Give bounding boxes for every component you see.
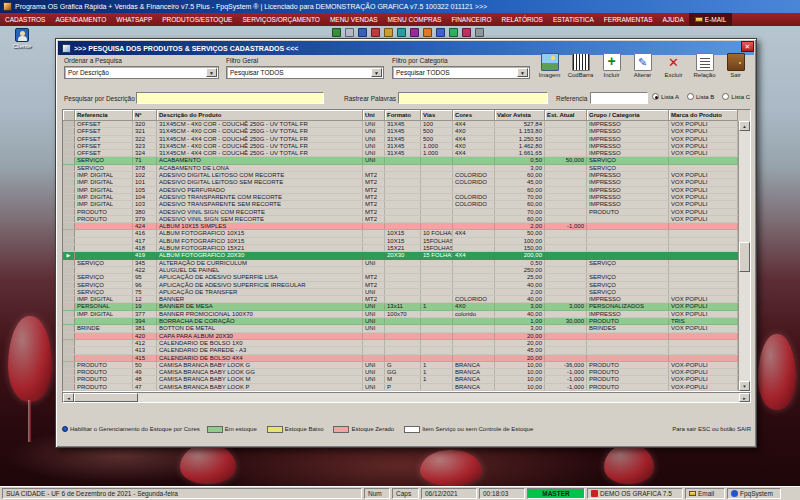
column-header-valor-avista[interactable]: Valor Avista xyxy=(495,110,545,121)
table-row[interactable]: OFFSET32431X45CM - 4X4 COR - COUCHÊ 250G… xyxy=(63,150,738,157)
menu-item-agendamento[interactable]: AGENDAMENTO xyxy=(50,13,111,26)
vertical-scroll-thumb[interactable] xyxy=(739,242,750,272)
radio-lista-a[interactable]: Lista A xyxy=(652,93,679,100)
menu-item-email[interactable]: E-MAIL xyxy=(689,13,733,26)
table-row[interactable]: PRODUTO50CAMISA BRANCA BABY LOOK GUNIG1B… xyxy=(63,362,738,369)
table-row[interactable]: BRINDE381BOTTON DE METALUNI3,00BRINDESVO… xyxy=(63,325,738,332)
column-header-referencia[interactable]: Referencia xyxy=(75,110,133,121)
table-row[interactable]: 415CALENDARIO DE BOLSO 4X420,00 xyxy=(63,355,738,362)
table-row[interactable]: 412CALENDARIO DE BOLSO 1X020,00 xyxy=(63,340,738,347)
table-row[interactable]: 420CAPA PARA ALBUM 20X3020,00 xyxy=(63,333,738,340)
table-row[interactable]: 422ALUGUEL DE PAINEL250,00 xyxy=(63,267,738,274)
vertical-scrollbar[interactable] xyxy=(738,121,750,391)
table-row[interactable]: SERVIÇO95APLICAÇÃO DE ADESIVO SUPERFIE L… xyxy=(63,274,738,281)
table-row[interactable]: SERVIÇO71ACABAMENTOUNI0,5050,000SERVIÇO xyxy=(63,157,738,164)
stock-color-toggle[interactable]: Habilitar o Gerenciamento do Estoque por… xyxy=(62,426,200,432)
table-row[interactable]: IMP. DIGITAL12BANNERMT2COLORIDO40,00IMPR… xyxy=(63,296,738,303)
category-filter-select[interactable]: Pesquisar TODOS xyxy=(392,66,530,79)
table-row[interactable]: PERSONAL19BANNER DE MESAUNI13x1114X03,00… xyxy=(63,303,738,310)
column-header-est-atual[interactable]: Est. Atual xyxy=(545,110,587,121)
menu-item-produtos-estoque[interactable]: PRODUTOS/ESTOQUE xyxy=(157,13,237,26)
menu-item-menu-compras[interactable]: MENU COMPRAS xyxy=(383,13,447,26)
table-row[interactable]: 416ALBUM FOTOGRAFICO 10X1510X1510 FOLHAS… xyxy=(63,230,738,237)
search-description-input[interactable] xyxy=(136,92,324,104)
general-filter-select[interactable]: Pesquisar TODOS xyxy=(226,66,384,79)
close-button[interactable] xyxy=(741,41,754,52)
table-row[interactable]: SERVIÇO378ACABAMENTO DE LONA3,00SERVIÇO xyxy=(63,165,738,172)
toolbar-icon[interactable] xyxy=(423,28,432,37)
radio-lista-b[interactable]: Lista B xyxy=(687,93,714,100)
scroll-left-icon[interactable] xyxy=(63,393,74,402)
menu-item-ferramentas[interactable]: FERRAMENTAS xyxy=(599,13,658,26)
table-row[interactable]: IMP. DIGITAL377BANNER PROMOCIONAL 100X70… xyxy=(63,311,738,318)
table-row[interactable]: OFFSET32131X45CM - 4X0 COR - COUCHÊ 250G… xyxy=(63,128,738,135)
scroll-right-icon[interactable] xyxy=(739,393,750,402)
action-imagem-button[interactable]: Imagem xyxy=(534,53,565,78)
table-row[interactable]: IMP. DIGITAL105ADESIVO PERFURADOMT260,00… xyxy=(63,187,738,194)
table-row[interactable]: SERVIÇO75APLICAÇÃO DE TRANSFERUNI2,00SER… xyxy=(63,289,738,296)
column-header-numero[interactable]: Nº xyxy=(133,110,157,121)
table-row[interactable]: IMP. DIGITAL102ADESIVO DIGITAL LEITOSO C… xyxy=(63,172,738,179)
menu-item-estatistica[interactable]: ESTATISTICA xyxy=(548,13,599,26)
action-alterar-button[interactable]: Alterar xyxy=(627,53,658,78)
action-relacao-button[interactable]: Relação xyxy=(689,53,720,78)
toolbar-icon[interactable] xyxy=(449,28,458,37)
table-row[interactable]: 418ALBUM FOTOGRAFICO 15X2115X2115FOLHAS1… xyxy=(63,245,738,252)
horizontal-scrollbar[interactable] xyxy=(62,392,751,403)
scroll-up-icon[interactable] xyxy=(739,121,750,131)
menu-item-relatorios[interactable]: RELATÓRIOS xyxy=(496,13,547,26)
menu-item-ajuda[interactable]: AJUDA xyxy=(657,13,688,26)
menu-item-financeiro[interactable]: FINANCEIRO xyxy=(446,13,496,26)
toolbar-icon[interactable] xyxy=(384,28,393,37)
menu-item-whatsapp[interactable]: WHATSAPP xyxy=(111,13,157,26)
table-row[interactable]: 424ALBUM 10X15 SIMPLES2,00-1,000 xyxy=(63,223,738,230)
action-excluir-button[interactable]: Excluir xyxy=(658,53,689,78)
table-row[interactable]: IMP. DIGITAL103ADESIVO TRANSPARENTE SEM … xyxy=(63,201,738,208)
toolbar-icon[interactable] xyxy=(371,28,380,37)
column-header-grupo-categoria[interactable]: Grupo / Categoria xyxy=(587,110,669,121)
toolbar-icon[interactable] xyxy=(332,28,341,37)
menu-item-cadastros[interactable]: CADASTROS xyxy=(0,13,50,26)
table-row[interactable]: PRODUTO49CAMISA BRANCA BABY LOOK GGUNIGG… xyxy=(63,369,738,376)
toolbar-icon[interactable] xyxy=(475,28,484,37)
desktop-icon-cliente[interactable]: Cliente xyxy=(4,28,40,49)
column-header-formato[interactable]: Formato xyxy=(385,110,421,121)
toolbar-icon[interactable] xyxy=(345,28,354,37)
toolbar-icon[interactable] xyxy=(436,28,445,37)
table-row[interactable]: 417ALBUM FOTOGRAFICO 10X1510X1515FOLHAS1… xyxy=(63,238,738,245)
toolbar-icon[interactable] xyxy=(397,28,406,37)
toolbar-icon[interactable] xyxy=(462,28,471,37)
table-row[interactable]: PRODUTO48CAMISA BRANCA BABY LOOK MUNIM1B… xyxy=(63,376,738,383)
table-row[interactable]: 394BORRACHA DE CORAÇÃOUNI1,0030,000PRODU… xyxy=(63,318,738,325)
column-header-vias[interactable]: Vias xyxy=(421,110,453,121)
scroll-down-icon[interactable] xyxy=(739,381,750,391)
action-incluir-button[interactable]: Incluir xyxy=(596,53,627,78)
menu-item-menu-vendas[interactable]: MENU VENDAS xyxy=(325,13,383,26)
toolbar-icon[interactable] xyxy=(410,28,419,37)
table-row[interactable]: OFFSET32031X45CM - 4X0 COR - COUCHÊ 250G… xyxy=(63,121,738,128)
column-header-cores[interactable]: Cores xyxy=(453,110,495,121)
table-row[interactable]: OFFSET32231X45CM - 4X4 COR - COUCHÊ 250G… xyxy=(63,136,738,143)
table-row[interactable]: IMP. DIGITAL104ADESIVO TRANSPARENTE COM … xyxy=(63,194,738,201)
action-sair-button[interactable]: Sair xyxy=(720,53,751,78)
horizontal-scroll-thumb[interactable] xyxy=(74,393,138,402)
reference-input[interactable] xyxy=(590,92,648,104)
table-row[interactable]: SERVIÇO96APLICAÇÃO DE ADESIVO SUPERFICIE… xyxy=(63,282,738,289)
track-words-input[interactable] xyxy=(398,92,548,104)
table-row[interactable]: IMP. DIGITAL101ADESIVO DIGITAL LEITOSO S… xyxy=(63,179,738,186)
order-select[interactable]: Por Descrição xyxy=(64,66,219,79)
action-codbarra-button[interactable]: CodBarra xyxy=(565,53,596,78)
table-row[interactable]: PRODUTO379ADESIVO VINIL SIGN SEM RECORTE… xyxy=(63,216,738,223)
table-row[interactable]: SERVIÇO345ALTERAÇÃO DE CURRICULUMUNI0,50… xyxy=(63,260,738,267)
table-row[interactable]: 413CALENDARIO DE PAREDE - A345,00 xyxy=(63,347,738,354)
column-header-marca[interactable]: Marca do Produto xyxy=(669,110,738,121)
menu-item-servicos-orcamento[interactable]: SERVIÇOS/ORÇAMENTO xyxy=(237,13,324,26)
toolbar-icon[interactable] xyxy=(358,28,367,37)
column-header-descricao[interactable]: Descrição do Produto xyxy=(157,110,363,121)
table-row[interactable]: ▶419ALBUM FOTOGRAFICO 20X3020X3015 FOLHA… xyxy=(63,252,738,259)
radio-lista-c[interactable]: Lista C xyxy=(722,93,750,100)
table-row[interactable]: PRODUTO380ADESIVO VINIL SIGN COM RECORTE… xyxy=(63,209,738,216)
table-row[interactable]: PRODUTO47CAMISA BRANCA BABY LOOK PUNIPBR… xyxy=(63,384,738,391)
column-header-uni[interactable]: Uni xyxy=(363,110,385,121)
table-row[interactable]: OFFSET32331X45CM - 4X0 COR - COUCHÊ 250G… xyxy=(63,143,738,150)
